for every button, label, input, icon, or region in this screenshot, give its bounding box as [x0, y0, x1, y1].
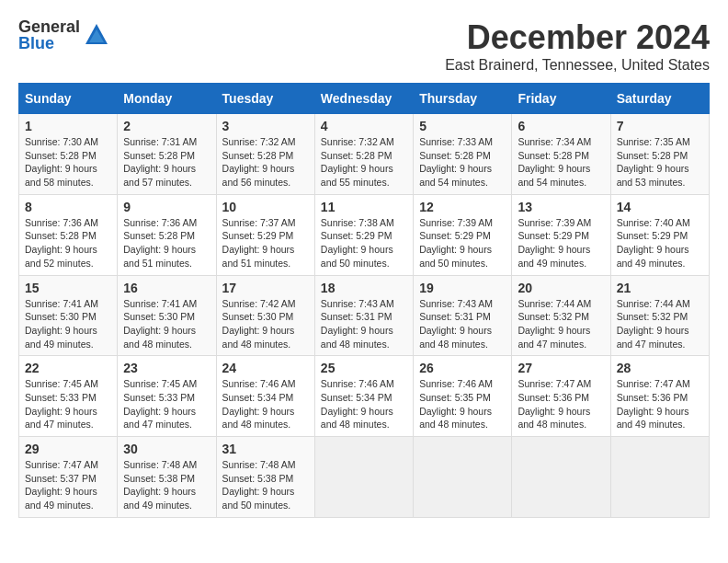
calendar-table: SundayMondayTuesdayWednesdayThursdayFrid…: [18, 83, 710, 518]
calendar-week-row: 22Sunrise: 7:45 AM Sunset: 5:33 PM Dayli…: [19, 356, 710, 437]
day-number: 11: [321, 200, 407, 214]
day-number: 14: [617, 200, 703, 214]
day-info: Sunrise: 7:45 AM Sunset: 5:33 PM Dayligh…: [123, 377, 210, 431]
day-info: Sunrise: 7:46 AM Sunset: 5:34 PM Dayligh…: [222, 377, 309, 431]
day-number: 30: [123, 442, 210, 456]
day-number: 8: [25, 200, 111, 214]
day-number: 10: [222, 200, 309, 214]
day-info: Sunrise: 7:48 AM Sunset: 5:38 PM Dayligh…: [123, 458, 210, 512]
day-number: 26: [419, 361, 506, 375]
calendar-cell: 28Sunrise: 7:47 AM Sunset: 5:36 PM Dayli…: [610, 356, 709, 437]
calendar-cell: 30Sunrise: 7:48 AM Sunset: 5:38 PM Dayli…: [118, 437, 216, 518]
calendar-cell: 4Sunrise: 7:32 AM Sunset: 5:28 PM Daylig…: [314, 114, 413, 195]
day-number: 1: [25, 119, 111, 133]
day-info: Sunrise: 7:48 AM Sunset: 5:38 PM Dayligh…: [222, 458, 309, 512]
calendar-cell: 13Sunrise: 7:39 AM Sunset: 5:29 PM Dayli…: [512, 194, 610, 275]
day-number: 31: [222, 442, 309, 456]
calendar-title: December 2024: [445, 18, 710, 57]
calendar-cell: [610, 437, 709, 518]
day-info: Sunrise: 7:35 AM Sunset: 5:28 PM Dayligh…: [617, 135, 703, 190]
day-info: Sunrise: 7:44 AM Sunset: 5:32 PM Dayligh…: [617, 297, 703, 351]
day-number: 22: [25, 361, 111, 375]
header-day-sunday: Sunday: [19, 84, 118, 114]
header-day-saturday: Saturday: [610, 84, 709, 114]
day-number: 3: [222, 119, 309, 133]
calendar-cell: 11Sunrise: 7:38 AM Sunset: 5:29 PM Dayli…: [314, 194, 413, 275]
day-number: 25: [321, 361, 407, 375]
day-info: Sunrise: 7:36 AM Sunset: 5:28 PM Dayligh…: [25, 216, 111, 270]
day-info: Sunrise: 7:32 AM Sunset: 5:28 PM Dayligh…: [222, 135, 309, 190]
day-info: Sunrise: 7:41 AM Sunset: 5:30 PM Dayligh…: [25, 297, 111, 351]
calendar-week-row: 15Sunrise: 7:41 AM Sunset: 5:30 PM Dayli…: [19, 275, 710, 356]
day-number: 27: [518, 361, 604, 375]
day-number: 23: [123, 361, 210, 375]
logo: General Blue: [18, 18, 109, 52]
day-number: 19: [419, 281, 506, 295]
day-info: Sunrise: 7:45 AM Sunset: 5:33 PM Dayligh…: [25, 377, 111, 431]
calendar-cell: 1Sunrise: 7:30 AM Sunset: 5:28 PM Daylig…: [19, 114, 118, 195]
day-info: Sunrise: 7:41 AM Sunset: 5:30 PM Dayligh…: [123, 297, 210, 351]
calendar-cell: 8Sunrise: 7:36 AM Sunset: 5:28 PM Daylig…: [19, 194, 118, 275]
day-number: 16: [123, 281, 210, 295]
title-section: December 2024 East Brainerd, Tennessee, …: [445, 18, 710, 74]
calendar-cell: 9Sunrise: 7:36 AM Sunset: 5:28 PM Daylig…: [118, 194, 216, 275]
calendar-cell: [414, 437, 512, 518]
day-number: 28: [617, 361, 703, 375]
header-day-thursday: Thursday: [414, 84, 512, 114]
calendar-cell: 26Sunrise: 7:46 AM Sunset: 5:35 PM Dayli…: [414, 356, 512, 437]
header-day-friday: Friday: [512, 84, 610, 114]
day-number: 18: [321, 281, 407, 295]
day-info: Sunrise: 7:31 AM Sunset: 5:28 PM Dayligh…: [123, 135, 210, 190]
day-info: Sunrise: 7:38 AM Sunset: 5:29 PM Dayligh…: [321, 216, 407, 270]
calendar-cell: 14Sunrise: 7:40 AM Sunset: 5:29 PM Dayli…: [610, 194, 709, 275]
calendar-cell: 3Sunrise: 7:32 AM Sunset: 5:28 PM Daylig…: [216, 114, 314, 195]
day-number: 4: [321, 119, 407, 133]
day-number: 6: [518, 119, 604, 133]
calendar-cell: 2Sunrise: 7:31 AM Sunset: 5:28 PM Daylig…: [118, 114, 216, 195]
calendar-cell: 18Sunrise: 7:43 AM Sunset: 5:31 PM Dayli…: [314, 275, 413, 356]
day-info: Sunrise: 7:43 AM Sunset: 5:31 PM Dayligh…: [419, 297, 506, 351]
day-info: Sunrise: 7:39 AM Sunset: 5:29 PM Dayligh…: [419, 216, 506, 270]
day-info: Sunrise: 7:37 AM Sunset: 5:29 PM Dayligh…: [222, 216, 309, 270]
calendar-cell: 21Sunrise: 7:44 AM Sunset: 5:32 PM Dayli…: [610, 275, 709, 356]
day-info: Sunrise: 7:30 AM Sunset: 5:28 PM Dayligh…: [25, 135, 111, 190]
logo-icon: [84, 22, 109, 48]
header: General Blue December 2024 East Brainerd…: [18, 18, 710, 74]
day-info: Sunrise: 7:47 AM Sunset: 5:37 PM Dayligh…: [25, 458, 111, 512]
calendar-cell: 15Sunrise: 7:41 AM Sunset: 5:30 PM Dayli…: [19, 275, 118, 356]
calendar-cell: 23Sunrise: 7:45 AM Sunset: 5:33 PM Dayli…: [118, 356, 216, 437]
calendar-week-row: 29Sunrise: 7:47 AM Sunset: 5:37 PM Dayli…: [19, 437, 710, 518]
day-number: 5: [419, 119, 506, 133]
calendar-cell: 29Sunrise: 7:47 AM Sunset: 5:37 PM Dayli…: [19, 437, 118, 518]
day-number: 20: [518, 281, 604, 295]
calendar-header-row: SundayMondayTuesdayWednesdayThursdayFrid…: [19, 84, 710, 114]
day-number: 29: [25, 442, 111, 456]
calendar-cell: 27Sunrise: 7:47 AM Sunset: 5:36 PM Dayli…: [512, 356, 610, 437]
calendar-cell: 31Sunrise: 7:48 AM Sunset: 5:38 PM Dayli…: [216, 437, 314, 518]
calendar-cell: 16Sunrise: 7:41 AM Sunset: 5:30 PM Dayli…: [118, 275, 216, 356]
calendar-week-row: 8Sunrise: 7:36 AM Sunset: 5:28 PM Daylig…: [19, 194, 710, 275]
day-info: Sunrise: 7:33 AM Sunset: 5:28 PM Dayligh…: [419, 135, 506, 190]
day-number: 9: [123, 200, 210, 214]
calendar-cell: 10Sunrise: 7:37 AM Sunset: 5:29 PM Dayli…: [216, 194, 314, 275]
day-info: Sunrise: 7:40 AM Sunset: 5:29 PM Dayligh…: [617, 216, 703, 270]
logo-general: General: [18, 18, 80, 35]
day-info: Sunrise: 7:36 AM Sunset: 5:28 PM Dayligh…: [123, 216, 210, 270]
calendar-cell: [314, 437, 413, 518]
calendar-cell: 17Sunrise: 7:42 AM Sunset: 5:30 PM Dayli…: [216, 275, 314, 356]
calendar-cell: 6Sunrise: 7:34 AM Sunset: 5:28 PM Daylig…: [512, 114, 610, 195]
calendar-cell: 20Sunrise: 7:44 AM Sunset: 5:32 PM Dayli…: [512, 275, 610, 356]
day-info: Sunrise: 7:42 AM Sunset: 5:30 PM Dayligh…: [222, 297, 309, 351]
day-number: 13: [518, 200, 604, 214]
header-day-tuesday: Tuesday: [216, 84, 314, 114]
day-number: 17: [222, 281, 309, 295]
day-number: 2: [123, 119, 210, 133]
calendar-cell: 5Sunrise: 7:33 AM Sunset: 5:28 PM Daylig…: [414, 114, 512, 195]
day-number: 15: [25, 281, 111, 295]
day-info: Sunrise: 7:47 AM Sunset: 5:36 PM Dayligh…: [617, 377, 703, 431]
day-info: Sunrise: 7:32 AM Sunset: 5:28 PM Dayligh…: [321, 135, 407, 190]
day-info: Sunrise: 7:47 AM Sunset: 5:36 PM Dayligh…: [518, 377, 604, 431]
day-info: Sunrise: 7:43 AM Sunset: 5:31 PM Dayligh…: [321, 297, 407, 351]
calendar-cell: 24Sunrise: 7:46 AM Sunset: 5:34 PM Dayli…: [216, 356, 314, 437]
header-day-wednesday: Wednesday: [314, 84, 413, 114]
